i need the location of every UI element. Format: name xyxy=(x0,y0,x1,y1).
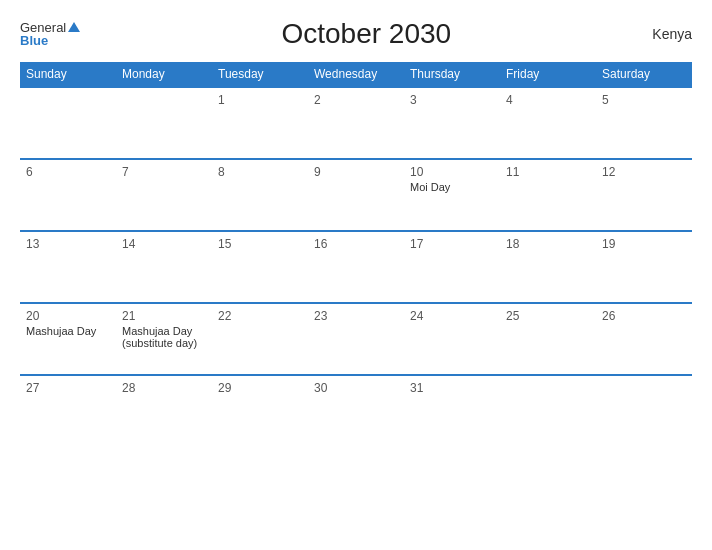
day-number: 7 xyxy=(122,165,206,179)
day-number: 22 xyxy=(218,309,302,323)
calendar-week-row: 678910Moi Day1112 xyxy=(20,159,692,231)
weekday-header-tuesday: Tuesday xyxy=(212,62,308,87)
calendar-cell: 21Mashujaa Day (substitute day) xyxy=(116,303,212,375)
calendar-cell: 16 xyxy=(308,231,404,303)
day-number: 27 xyxy=(26,381,110,395)
day-number: 19 xyxy=(602,237,686,251)
day-number: 8 xyxy=(218,165,302,179)
calendar-cell xyxy=(20,87,116,159)
calendar-cell xyxy=(596,375,692,447)
day-number: 11 xyxy=(506,165,590,179)
calendar-cell: 20Mashujaa Day xyxy=(20,303,116,375)
calendar-cell: 6 xyxy=(20,159,116,231)
day-number: 5 xyxy=(602,93,686,107)
weekday-header-sunday: Sunday xyxy=(20,62,116,87)
day-number: 31 xyxy=(410,381,494,395)
weekday-header-friday: Friday xyxy=(500,62,596,87)
weekday-header-saturday: Saturday xyxy=(596,62,692,87)
day-number: 6 xyxy=(26,165,110,179)
calendar-cell: 2 xyxy=(308,87,404,159)
calendar-cell: 1 xyxy=(212,87,308,159)
calendar-cell: 12 xyxy=(596,159,692,231)
calendar-cell: 28 xyxy=(116,375,212,447)
day-number: 20 xyxy=(26,309,110,323)
day-number: 9 xyxy=(314,165,398,179)
calendar-week-row: 12345 xyxy=(20,87,692,159)
calendar-cell: 5 xyxy=(596,87,692,159)
calendar-week-row: 13141516171819 xyxy=(20,231,692,303)
day-number: 24 xyxy=(410,309,494,323)
day-number: 10 xyxy=(410,165,494,179)
calendar-cell: 10Moi Day xyxy=(404,159,500,231)
logo-blue-text: Blue xyxy=(20,34,48,47)
calendar-cell: 27 xyxy=(20,375,116,447)
day-number: 21 xyxy=(122,309,206,323)
day-number: 30 xyxy=(314,381,398,395)
calendar-cell: 25 xyxy=(500,303,596,375)
calendar-header: SundayMondayTuesdayWednesdayThursdayFrid… xyxy=(20,62,692,87)
calendar-cell xyxy=(116,87,212,159)
day-number: 26 xyxy=(602,309,686,323)
event-label: Mashujaa Day xyxy=(26,325,110,337)
calendar-cell: 13 xyxy=(20,231,116,303)
calendar-cell: 24 xyxy=(404,303,500,375)
day-number: 1 xyxy=(218,93,302,107)
logo: General Blue xyxy=(20,21,80,47)
calendar-week-row: 2728293031 xyxy=(20,375,692,447)
event-label: Mashujaa Day (substitute day) xyxy=(122,325,206,349)
calendar-table: SundayMondayTuesdayWednesdayThursdayFrid… xyxy=(20,62,692,447)
calendar-title: October 2030 xyxy=(281,18,451,50)
day-number: 12 xyxy=(602,165,686,179)
day-number: 25 xyxy=(506,309,590,323)
calendar-cell: 15 xyxy=(212,231,308,303)
day-number: 29 xyxy=(218,381,302,395)
calendar-cell: 14 xyxy=(116,231,212,303)
day-number: 14 xyxy=(122,237,206,251)
day-number: 15 xyxy=(218,237,302,251)
calendar-cell: 3 xyxy=(404,87,500,159)
calendar-body: 12345678910Moi Day11121314151617181920Ma… xyxy=(20,87,692,447)
calendar-cell: 18 xyxy=(500,231,596,303)
calendar-week-row: 20Mashujaa Day21Mashujaa Day (substitute… xyxy=(20,303,692,375)
day-number: 17 xyxy=(410,237,494,251)
calendar-cell xyxy=(500,375,596,447)
calendar-cell: 26 xyxy=(596,303,692,375)
calendar-cell: 4 xyxy=(500,87,596,159)
calendar-cell: 31 xyxy=(404,375,500,447)
calendar-page: General Blue October 2030 Kenya SundayMo… xyxy=(0,0,712,550)
calendar-cell: 7 xyxy=(116,159,212,231)
weekday-header-thursday: Thursday xyxy=(404,62,500,87)
weekday-header-monday: Monday xyxy=(116,62,212,87)
day-number: 16 xyxy=(314,237,398,251)
weekday-header-wednesday: Wednesday xyxy=(308,62,404,87)
calendar-cell: 17 xyxy=(404,231,500,303)
day-number: 23 xyxy=(314,309,398,323)
calendar-cell: 8 xyxy=(212,159,308,231)
calendar-cell: 30 xyxy=(308,375,404,447)
calendar-cell: 29 xyxy=(212,375,308,447)
day-number: 18 xyxy=(506,237,590,251)
day-number: 28 xyxy=(122,381,206,395)
day-number: 2 xyxy=(314,93,398,107)
header: General Blue October 2030 Kenya xyxy=(20,18,692,50)
day-number: 3 xyxy=(410,93,494,107)
day-number: 13 xyxy=(26,237,110,251)
country-label: Kenya xyxy=(652,26,692,42)
logo-triangle-icon xyxy=(68,22,80,32)
calendar-cell: 19 xyxy=(596,231,692,303)
weekday-header-row: SundayMondayTuesdayWednesdayThursdayFrid… xyxy=(20,62,692,87)
day-number: 4 xyxy=(506,93,590,107)
calendar-cell: 23 xyxy=(308,303,404,375)
event-label: Moi Day xyxy=(410,181,494,193)
calendar-cell: 22 xyxy=(212,303,308,375)
calendar-cell: 11 xyxy=(500,159,596,231)
calendar-cell: 9 xyxy=(308,159,404,231)
